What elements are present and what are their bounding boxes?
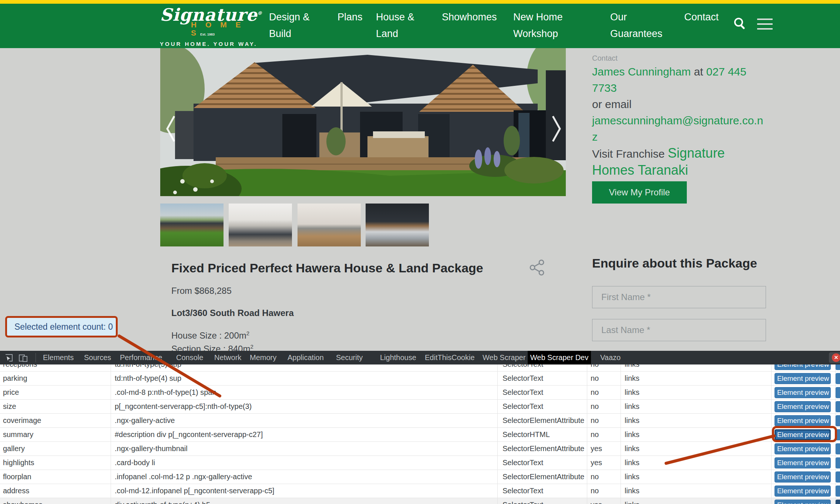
element-preview-partial-button[interactable] (836, 415, 840, 426)
element-preview-button[interactable]: Element preview (775, 401, 831, 412)
devtools-tab-security[interactable]: Security (336, 351, 363, 364)
devtools-tab-memory[interactable]: Memory (250, 351, 276, 364)
devtools-tab-network[interactable]: Network (214, 351, 241, 364)
device-toolbar-icon[interactable] (19, 353, 28, 364)
selector-row-gallery[interactable]: gallery.ngx-gallery-thumbnailSelectorEle… (0, 442, 840, 456)
nav-item-design-build[interactable]: Design & Build (269, 9, 321, 42)
devtools-tab-web-scraper[interactable]: Web Scraper (483, 351, 525, 364)
share-icon[interactable] (529, 259, 545, 278)
thumbnail-living-room[interactable] (298, 204, 361, 246)
contact-label: Contact (592, 54, 766, 63)
devtools-tab-web-scraper-dev[interactable]: Web Scraper Dev (528, 351, 591, 364)
nav-item-plans[interactable]: Plans (337, 9, 363, 26)
nav-item-contact[interactable]: Contact (684, 9, 719, 26)
data-preview-partial-cell (835, 484, 840, 498)
row-links-cell: links (621, 372, 772, 385)
first-name-input[interactable] (592, 286, 766, 308)
element-preview-partial-button[interactable] (836, 401, 840, 412)
element-preview-button[interactable]: Element preview (775, 443, 831, 454)
devtools-tab-editthiscookie[interactable]: EditThisCookie (425, 351, 475, 364)
error-badge[interactable]: ✕ (829, 352, 840, 363)
devtools-tab-sources[interactable]: Sources (84, 351, 111, 364)
row-multiple-cell: no (587, 414, 621, 427)
row-links-cell: links (621, 428, 772, 441)
preview-button-cell: Element preview (772, 484, 835, 498)
selector-row-showhomes[interactable]: showhomesdiv.active:nth-of-type(n+4) h5S… (0, 498, 840, 504)
devtools-tab-performance[interactable]: Performance (120, 351, 162, 364)
element-preview-partial-button[interactable] (836, 485, 840, 497)
element-preview-button[interactable]: Element preview (775, 485, 831, 497)
row-selector-cell: .ngx-gallery-thumbnail (111, 442, 498, 456)
data-preview-partial-cell (835, 372, 840, 385)
carousel-next-arrow[interactable] (551, 115, 562, 143)
element-preview-partial-button[interactable] (836, 387, 840, 398)
hamburger-menu-icon[interactable] (757, 19, 773, 33)
row-links-cell: links (621, 498, 772, 504)
row-type-cell: SelectorText (498, 498, 587, 504)
toolbar-divider (36, 353, 36, 362)
selected-count-tooltip: Selected element count: 0 (5, 316, 118, 337)
nav-item-showhomes[interactable]: Showhomes (442, 9, 497, 26)
nav-item-our-guarantees[interactable]: Our Guarantees (610, 9, 668, 42)
search-icon[interactable] (733, 17, 746, 31)
row-selector-cell: .infopanel .col-md-12 p .ngx-gallery-act… (111, 470, 498, 484)
last-name-input[interactable] (592, 319, 766, 341)
row-links-cell: links (621, 456, 772, 470)
signature-homes-logo[interactable]: Signature® H O M E SEst. 1983 YOUR HOME.… (160, 5, 263, 45)
carousel-prev-arrow[interactable] (165, 115, 177, 143)
agent-name-link[interactable]: James Cunningham (592, 65, 691, 78)
row-multiple-cell: no (587, 386, 621, 399)
element-preview-partial-button[interactable] (836, 471, 840, 483)
view-my-profile-button[interactable]: View My Profile (592, 181, 687, 204)
element-preview-button[interactable]: Element preview (775, 500, 831, 504)
devtools-tab-lighthouse[interactable]: Lighthouse (380, 351, 416, 364)
element-preview-partial-button[interactable] (836, 443, 840, 454)
devtools-tab-application[interactable]: Application (288, 351, 324, 364)
nav-item-house-land[interactable]: House & Land (376, 9, 422, 42)
enquire-heading: Enquire about this Package (592, 256, 766, 271)
selector-row-parking[interactable]: parkingtd:nth-of-type(4) supSelectorText… (0, 372, 840, 386)
browser-page: Signature® H O M E SEst. 1983 YOUR HOME.… (0, 0, 840, 504)
row-id-cell: highlights (0, 456, 111, 470)
row-multiple-cell: yes (587, 498, 621, 504)
row-id-cell: size (0, 400, 111, 413)
row-id-cell: summary (0, 428, 111, 441)
hero-gallery-image[interactable] (160, 48, 566, 196)
element-preview-button[interactable]: Element preview (775, 387, 831, 398)
agent-email-link[interactable]: jamescunningham@signature.co.nz (592, 114, 763, 143)
element-preview-partial-button[interactable] (836, 500, 840, 504)
selector-row-address[interactable]: address.col-md-12.infopanel p[_ngcontent… (0, 484, 840, 498)
element-preview-button[interactable]: Element preview (775, 457, 831, 468)
row-multiple-cell: yes (587, 442, 621, 456)
selector-row-highlights[interactable]: highlights.card-body liSelectorTextyesli… (0, 456, 840, 470)
row-id-cell: gallery (0, 442, 111, 456)
selector-row-size[interactable]: sizep[_ngcontent-serverapp-c5]:nth-of-ty… (0, 400, 840, 414)
inspect-element-icon[interactable] (4, 353, 13, 364)
element-preview-button[interactable]: Element preview (775, 373, 831, 384)
row-type-cell: SelectorText (498, 400, 587, 413)
row-type-cell: SelectorElementAttribute (498, 414, 587, 427)
devtools-tab-elements[interactable]: Elements (43, 351, 74, 364)
thumbnail-exterior[interactable] (160, 204, 224, 246)
row-multiple-cell: no (587, 470, 621, 484)
devtools-tab-vaazo[interactable]: Vaazo (600, 351, 621, 364)
row-selector-cell: td:nth-of-type(4) sup (111, 372, 498, 385)
selector-row-summary[interactable]: summary#description div p[_ngcontent-ser… (0, 428, 840, 442)
devtools-tab-console[interactable]: Console (176, 351, 203, 364)
row-id-cell: coverimage (0, 414, 111, 427)
selector-row-coverimage[interactable]: coverimage.ngx-gallery-activeSelectorEle… (0, 414, 840, 428)
selector-row-price[interactable]: price.col-md-8 p:nth-of-type(1) spanSele… (0, 386, 840, 400)
row-multiple-cell: no (587, 428, 621, 441)
row-selector-cell: div.active:nth-of-type(n+4) h5 (111, 498, 498, 504)
house-size: House Size : 200m2 (171, 330, 249, 341)
nav-item-new-home-workshop[interactable]: New Home Workshop (513, 9, 571, 42)
selector-row-floorplan[interactable]: floorplan.infopanel .col-md-12 p .ngx-ga… (0, 470, 840, 484)
preview-button-cell: Element preview (772, 414, 835, 427)
element-preview-partial-button[interactable] (836, 373, 840, 384)
element-preview-partial-button[interactable] (836, 457, 840, 468)
thumbnail-bedroom[interactable] (366, 204, 429, 246)
element-preview-button[interactable]: Element preview (775, 471, 831, 483)
thumbnail-kitchen[interactable] (229, 204, 292, 246)
devtools-panel: receptionstd:nth-of-type(5) supSelectorT… (0, 351, 840, 504)
element-preview-button[interactable]: Element preview (775, 415, 831, 426)
